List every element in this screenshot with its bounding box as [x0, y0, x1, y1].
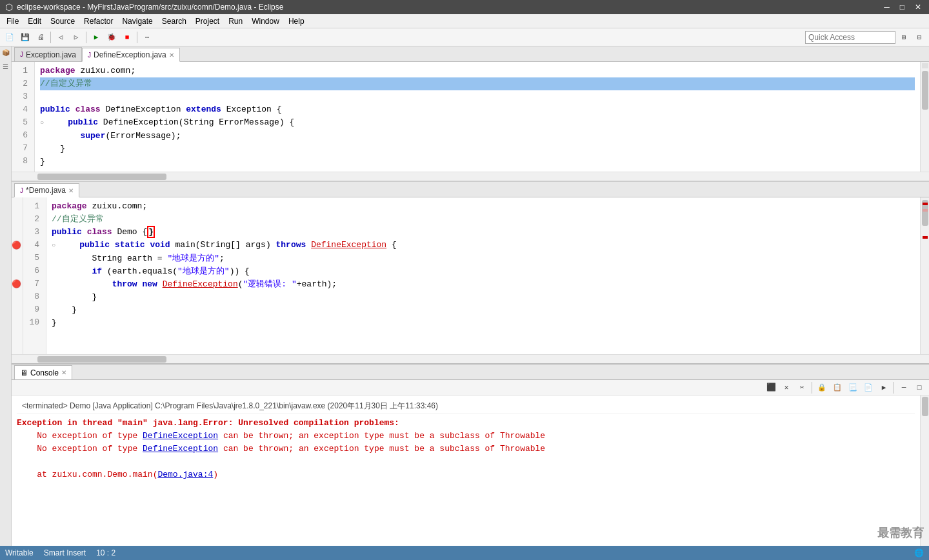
tab-console[interactable]: 🖥 Console ✕: [14, 365, 72, 379]
bottom-code-editor: 🔴 🔴 1 2 3 4 5 6 7 8 9: [12, 197, 929, 354]
run-button[interactable]: ▶: [89, 30, 103, 45]
console-stop[interactable]: ⬛: [764, 381, 778, 395]
print-button[interactable]: 🖨: [34, 30, 48, 45]
java-file-icon: J: [20, 51, 23, 58]
app-icon: ⬡: [5, 2, 13, 12]
maximize-button[interactable]: □: [897, 3, 907, 12]
console-error-1: Exception in thread "main" java.lang.Err…: [17, 417, 915, 430]
perspective-button[interactable]: ⊟: [912, 30, 926, 45]
tab-demo-java[interactable]: J *Demo.java ✕: [14, 183, 79, 197]
error-dot-8: [12, 290, 21, 303]
toolbar-more[interactable]: ⋯: [140, 30, 154, 45]
window-title: eclipse-workspace - MyFirstJavaProgram/s…: [17, 3, 283, 12]
left-sidebar: 📦 ☰: [0, 46, 12, 546]
menu-window[interactable]: Window: [248, 15, 283, 27]
menu-edit[interactable]: Edit: [24, 15, 45, 27]
menu-source[interactable]: Source: [46, 15, 79, 27]
tab-exception-java[interactable]: J Exception.java: [14, 47, 82, 61]
error-dot-3: [12, 226, 21, 239]
toolbar-sep-3: [137, 32, 137, 43]
error-dot-1: [12, 200, 21, 213]
toolbar: 📄 💾 🖨 ◁ ▷ ▶ 🐞 ■ ⋯ ⊞ ⊟: [0, 28, 929, 46]
status-right: 🌐: [914, 548, 924, 557]
java-file-icon-2: J: [88, 52, 91, 59]
menu-file[interactable]: File: [3, 15, 23, 27]
top-editor-hscrollbar[interactable]: [12, 172, 929, 181]
tab-label-3: *Demo.java: [26, 186, 66, 195]
menu-project[interactable]: Project: [192, 15, 223, 27]
menu-search[interactable]: Search: [158, 15, 190, 27]
main-layout: 📦 ☰ J Exception.java J DefineException.j…: [0, 46, 929, 546]
menu-navigate[interactable]: Navigate: [118, 15, 156, 27]
error-gutter: 🔴 🔴: [12, 197, 23, 354]
bottom-editor-minimap[interactable]: [920, 197, 929, 354]
console-remove[interactable]: ✕: [779, 381, 794, 395]
minimize-button[interactable]: ─: [881, 3, 892, 12]
bottom-editor-hscrollbar[interactable]: [12, 354, 929, 363]
console-tab-close[interactable]: ✕: [61, 369, 66, 376]
debug-button[interactable]: 🐞: [105, 30, 119, 45]
console-more[interactable]: ▶: [877, 381, 891, 395]
demo-java-link[interactable]: Demo.java:4: [157, 470, 213, 479]
status-writable: Writable: [5, 548, 34, 557]
sidebar-outline[interactable]: ☰: [1, 62, 11, 72]
status-left: Writable Smart Insert 10 : 2: [5, 548, 115, 557]
java-file-icon-3: J: [20, 187, 23, 194]
top-editor-panel: J Exception.java J DefineException.java …: [12, 46, 929, 182]
tab-close-button[interactable]: ✕: [169, 52, 174, 59]
quick-access-input[interactable]: [805, 31, 895, 44]
top-editor-tabs: J Exception.java J DefineException.java …: [12, 46, 929, 62]
console-tabs: 🖥 Console ✕: [12, 365, 929, 380]
tab-label: Exception.java: [26, 50, 76, 59]
toolbar-sep-2: [86, 32, 86, 43]
top-code-editor: 1 2 3 4 5 6 7 8 package zuixu.comn; //自定…: [12, 62, 929, 172]
console-error-5: at zuixu.comn.Demo.main(Demo.java:4): [17, 468, 915, 481]
bottom-code-content[interactable]: package zuixu.comn; //自定义异常 public class…: [46, 197, 920, 354]
console-view[interactable]: 📋: [830, 381, 844, 395]
menu-refactor[interactable]: Refactor: [80, 15, 117, 27]
error-dot-9: [12, 303, 21, 316]
console-tab-label: Console: [30, 368, 59, 377]
new-button[interactable]: 📄: [3, 30, 17, 45]
menu-help[interactable]: Help: [285, 15, 308, 27]
top-line-numbers: 1 2 3 4 5 6 7 8: [12, 62, 35, 172]
console-content: <terminated> Demo [Java Application] C:\…: [12, 395, 920, 546]
console-paste[interactable]: 📄: [861, 381, 875, 395]
error-dot-5: [12, 252, 21, 265]
define-exception-link-2[interactable]: DefineException: [143, 444, 218, 454]
top-editor-scrollbar[interactable]: [920, 62, 929, 172]
console-max[interactable]: □: [912, 381, 926, 395]
close-button[interactable]: ✕: [912, 3, 924, 12]
prev-button[interactable]: ◁: [54, 30, 68, 45]
console-scrollbar[interactable]: [920, 395, 929, 546]
tab-define-exception-java[interactable]: J DefineException.java ✕: [82, 48, 180, 62]
save-button[interactable]: 💾: [18, 30, 32, 45]
console-copy[interactable]: 📃: [846, 381, 860, 395]
editor-area: J Exception.java J DefineException.java …: [12, 46, 929, 546]
menu-run[interactable]: Run: [225, 15, 246, 27]
bottom-editor-tabs: J *Demo.java ✕: [12, 182, 929, 197]
console-error-4: [17, 455, 915, 468]
console-min[interactable]: ─: [897, 381, 911, 395]
console-error-3: No exception of type DefineException can…: [17, 443, 915, 455]
top-code-content[interactable]: package zuixu.comn; //自定义异常 public class…: [35, 62, 920, 172]
status-position: 10 : 2: [96, 548, 115, 557]
console-scissors[interactable]: ✂: [795, 381, 809, 395]
next-button[interactable]: ▷: [69, 30, 83, 45]
console-header: <terminated> Demo [Java Application] C:\…: [17, 398, 915, 414]
error-dot-6: [12, 265, 21, 277]
tab-close-demo[interactable]: ✕: [68, 187, 74, 194]
menu-bar: File Edit Source Refactor Navigate Searc…: [0, 14, 929, 28]
stop-button[interactable]: ■: [120, 30, 134, 45]
define-exception-link-1[interactable]: DefineException: [143, 431, 218, 441]
console-lock[interactable]: 🔒: [815, 381, 829, 395]
console-error-2: No exception of type DefineException can…: [17, 430, 915, 443]
status-insert-mode: Smart Insert: [44, 548, 86, 557]
console-panel: 🖥 Console ✕ ⬛ ✕ ✂ 🔒 📋 📃 📄 ▶ ─ □: [12, 363, 929, 546]
error-dot-10: [12, 316, 21, 329]
tab-label-2: DefineException.java: [94, 50, 166, 59]
sidebar-package-explorer[interactable]: 📦: [1, 48, 11, 58]
console-icon: 🖥: [20, 368, 28, 377]
error-dot-4: 🔴: [12, 239, 21, 252]
open-perspective-button[interactable]: ⊞: [897, 30, 911, 45]
